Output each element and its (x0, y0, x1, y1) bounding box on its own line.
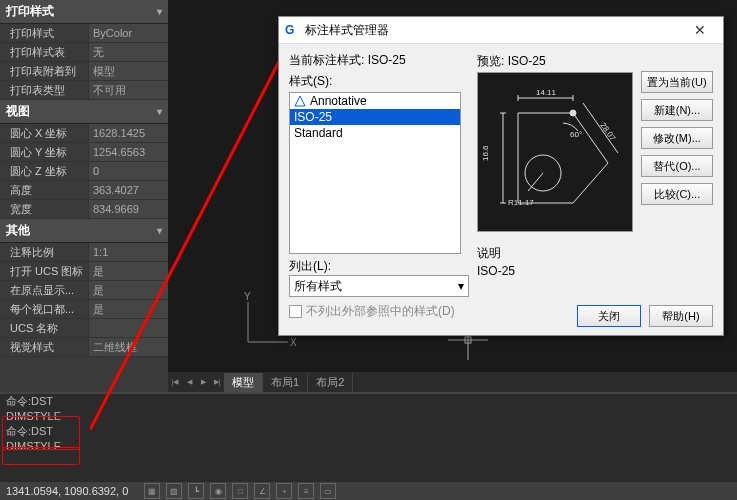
description-value: ISO-25 (477, 264, 631, 278)
svg-text:Y: Y (244, 292, 251, 302)
section-header-other[interactable]: 其他▾ (0, 219, 168, 243)
style-item-iso25[interactable]: ISO-25 (290, 109, 460, 125)
snap-icon[interactable]: ▨ (166, 483, 182, 499)
grid-icon[interactable]: ▦ (144, 483, 160, 499)
chevron-down-icon: ▾ (458, 279, 464, 293)
description-label: 说明 (477, 245, 631, 262)
set-current-button[interactable]: 置为当前(U) (641, 71, 713, 93)
svg-text:16.6: 16.6 (481, 145, 490, 161)
annotative-icon (294, 95, 306, 107)
command-panel[interactable]: 命令:DST DIMSTYLE 命令:DST DIMSTYLE (0, 392, 737, 472)
dyn-icon[interactable]: + (276, 483, 292, 499)
model-icon[interactable]: ▭ (320, 483, 336, 499)
osnap-icon[interactable]: □ (232, 483, 248, 499)
tab-layout1[interactable]: 布局1 (263, 373, 308, 392)
style-item-annotative[interactable]: Annotative (290, 93, 460, 109)
checkbox-icon[interactable] (289, 305, 302, 318)
svg-text:60°: 60° (570, 130, 582, 139)
svg-text:R11.17: R11.17 (508, 198, 534, 207)
collapse-icon[interactable]: ▾ (157, 225, 162, 236)
command-history-line: 命令:DST (0, 424, 737, 439)
help-button[interactable]: 帮助(H) (649, 305, 713, 327)
collapse-icon[interactable]: ▾ (157, 6, 162, 17)
command-input-line[interactable]: DIMSTYLE (0, 439, 737, 454)
otrack-icon[interactable]: ∠ (254, 483, 270, 499)
status-coordinates: 1341.0594, 1090.6392, 0 (0, 485, 134, 497)
dialog-title: 标注样式管理器 (305, 22, 683, 39)
svg-text:14.11: 14.11 (536, 88, 557, 97)
layout-tabs: |◀ ◀ ▶ ▶| 模型 布局1 布局2 (168, 372, 737, 392)
ortho-icon[interactable]: ┗ (188, 483, 204, 499)
close-icon[interactable]: ✕ (683, 19, 717, 41)
style-item-standard[interactable]: Standard (290, 125, 460, 141)
command-history-line: DIMSTYLE (0, 409, 737, 424)
section-header-printstyle[interactable]: 打印样式▾ (0, 0, 168, 24)
tab-model[interactable]: 模型 (224, 373, 263, 392)
lwt-icon[interactable]: ≡ (298, 483, 314, 499)
tab-last-icon[interactable]: ▶| (210, 375, 224, 389)
dialog-titlebar[interactable]: G 标注样式管理器 ✕ (279, 17, 723, 44)
compare-button[interactable]: 比较(C)... (641, 183, 713, 205)
tab-layout2[interactable]: 布局2 (308, 373, 353, 392)
status-bar: 1341.0594, 1090.6392, 0 ▦ ▨ ┗ ◉ □ ∠ + ≡ … (0, 482, 737, 500)
section-header-view[interactable]: 视图▾ (0, 100, 168, 124)
svg-text:28.07: 28.07 (598, 121, 617, 143)
close-button[interactable]: 关闭 (577, 305, 641, 327)
tab-prev-icon[interactable]: ◀ (182, 375, 196, 389)
preview-canvas: 14.11 16.6 R11.17 60° 28.07 (477, 72, 633, 232)
properties-panel: 打印样式▾ 打印样式ByColor 打印样式表无 打印表附着到模型 打印表类型不… (0, 0, 169, 392)
override-button[interactable]: 替代(O)... (641, 155, 713, 177)
tab-next-icon[interactable]: ▶ (196, 375, 210, 389)
svg-point-10 (570, 110, 576, 116)
app-logo-icon: G (285, 23, 299, 37)
svg-line-17 (528, 173, 543, 191)
listout-select[interactable]: 所有样式▾ (289, 275, 469, 297)
styles-listbox[interactable]: Annotative ISO-25 Standard (289, 92, 461, 254)
new-button[interactable]: 新建(N)... (641, 99, 713, 121)
command-history-line: 命令:DST (0, 394, 737, 409)
collapse-icon[interactable]: ▾ (157, 106, 162, 117)
polar-icon[interactable]: ◉ (210, 483, 226, 499)
dimstyle-dialog: G 标注样式管理器 ✕ 当前标注样式: ISO-25 样式(S): Annota… (278, 16, 724, 336)
modify-button[interactable]: 修改(M)... (641, 127, 713, 149)
preview-label: 预览: ISO-25 (477, 53, 631, 70)
svg-text:X: X (290, 337, 297, 348)
tab-first-icon[interactable]: |◀ (168, 375, 182, 389)
